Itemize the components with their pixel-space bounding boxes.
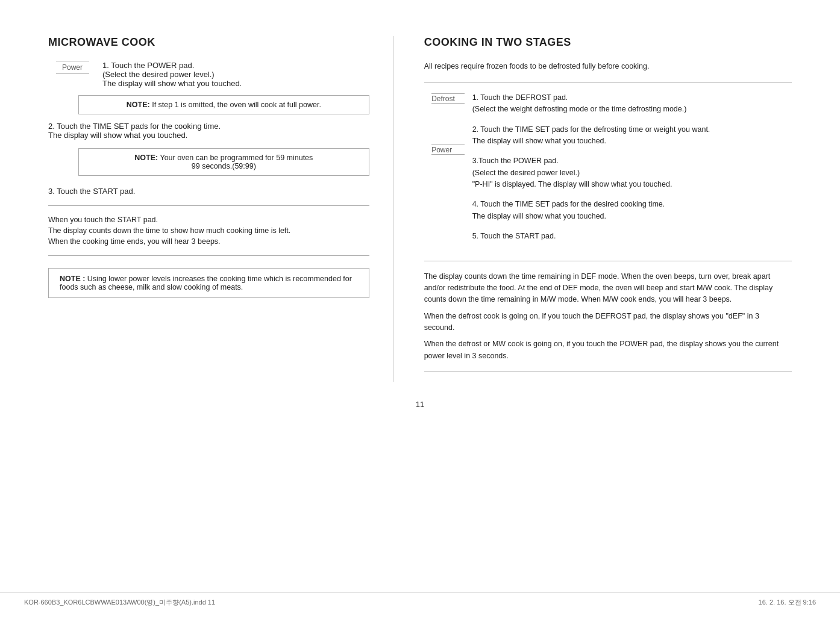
- step3-line: 3. Touch the START pad.: [48, 187, 369, 196]
- right-divider-1: [424, 82, 792, 82]
- right-step3: 3.Touch the POWER pad. (Select the desir…: [472, 155, 792, 190]
- right-steps-container: Defrost Power 1. Touch the DEFROST pad.: [424, 92, 792, 251]
- note-box-2: NOTE: Your oven can be programmed for 59…: [78, 148, 369, 176]
- step2-line2: The display will show what you touched.: [48, 131, 369, 140]
- footer-text2: The display counts down the time to show…: [48, 226, 369, 235]
- right-column: COOKING IN TWO STAGES All recipes requir…: [418, 36, 792, 382]
- step1-main: 1. Touch the POWER pad.: [102, 61, 369, 70]
- step1-main-text: Touch the POWER pad.: [111, 61, 194, 70]
- power-line-top: [431, 145, 465, 145]
- bottom-note-label: NOTE :: [60, 275, 85, 283]
- right-step2-text1: 2. Touch the TIME SET pads for the defro…: [472, 124, 792, 135]
- right-footer1: The display counts down the time remaini…: [424, 271, 792, 306]
- footer-text3: When the cooking time ends, you will hea…: [48, 237, 369, 246]
- right-step1-text1: 1. Touch the DEFROST pad.: [472, 92, 792, 104]
- step2-line1: 2. Touch the TIME SET pads for the cooki…: [48, 122, 369, 131]
- left-title: MICROWAVE COOK: [48, 36, 369, 49]
- power-label-right: Power: [431, 146, 452, 154]
- right-step5: 5. Touch the START pad.: [472, 231, 792, 242]
- right-step4-text2: The display will show what you touched.: [472, 211, 792, 222]
- left-column: MICROWAVE COOK Power 1. Touch the POWER …: [48, 36, 394, 382]
- power-label: Power: [62, 63, 83, 72]
- right-footer3: When the defrost or MW cook is going on,…: [424, 338, 792, 362]
- right-step5-text1: 5. Touch the START pad.: [472, 231, 792, 242]
- right-step4: 4. Touch the TIME SET pads for the desir…: [472, 199, 792, 222]
- line-top: [56, 61, 89, 61]
- footer-right: 16. 2. 16. 오전 9:16: [759, 598, 816, 607]
- page-wrapper: MICROWAVE COOK Power 1. Touch the POWER …: [0, 0, 840, 619]
- note1-text: If step 1 is omitted, the oven will cook…: [152, 101, 321, 109]
- step1-sub1: (Select the desired power level.): [102, 70, 369, 79]
- defrost-label: Defrost: [431, 95, 455, 103]
- note2-text: Your oven can be programmed for 59 minut…: [160, 154, 313, 162]
- right-step3-text1: 3.Touch the POWER pad.: [472, 155, 792, 167]
- steps-label-col: Defrost Power: [424, 92, 472, 251]
- note2-text2: 99 seconds.(59:99): [192, 162, 256, 170]
- page-number: 11: [48, 400, 792, 409]
- right-title: COOKING IN TWO STAGES: [424, 36, 792, 49]
- bottom-note-text: Using lower power levels increases the c…: [60, 275, 352, 291]
- right-step2: 2. Touch the TIME SET pads for the defro…: [472, 124, 792, 148]
- step1-sub2: The display will show what you touched.: [102, 79, 369, 88]
- right-footer2: When the defrost cook is going on, if yo…: [424, 311, 792, 334]
- right-step1-text2: (Select the weight defrosting mode or th…: [472, 104, 792, 115]
- power-label-col: Power: [48, 61, 96, 88]
- right-step1: 1. Touch the DEFROST pad. (Select the we…: [472, 92, 792, 116]
- right-step3-text3: "P-HI" is displayed. The display will sh…: [472, 179, 792, 190]
- right-step4-text1: 4. Touch the TIME SET pads for the desir…: [472, 199, 792, 210]
- step3-text: 3. Touch the START pad.: [48, 187, 369, 196]
- left-step1-area: Power 1. Touch the POWER pad. (Select th…: [48, 61, 369, 88]
- defrost-line-top: [431, 93, 465, 94]
- intro-text: All recipes require frozen foods to be d…: [424, 61, 792, 72]
- step1-content: 1. Touch the POWER pad. (Select the desi…: [96, 61, 369, 88]
- note1-label: NOTE:: [127, 101, 150, 109]
- right-step2-text2: The display will show what you touched.: [472, 135, 792, 147]
- footer-left: KOR-660B3_KOR6LCBWWAE013AW00(영)_미주향(A5).…: [24, 598, 215, 607]
- footer-text1: When you touch the START pad.: [48, 216, 369, 224]
- power-label-group: Power: [431, 145, 465, 155]
- defrost-label-group: Defrost: [431, 93, 465, 104]
- step2-text: 2. Touch the TIME SET pads for the cooki…: [48, 122, 369, 140]
- defrost-line-bottom: [431, 103, 465, 104]
- right-step3-text2: (Select the desired power level.): [472, 167, 792, 179]
- note2-label: NOTE:: [134, 154, 158, 162]
- right-divider-3: [424, 372, 792, 372]
- two-column-layout: MICROWAVE COOK Power 1. Touch the POWER …: [48, 36, 792, 382]
- bottom-note-box: NOTE : Using lower power levels increase…: [48, 268, 369, 298]
- power-line-bottom: [431, 154, 465, 155]
- page-number-text: 11: [416, 400, 424, 409]
- note-box-1: NOTE: If step 1 is omitted, the oven wil…: [78, 95, 369, 114]
- step1-number: 1.: [102, 61, 109, 70]
- divider-1: [48, 205, 369, 206]
- footer-bar: KOR-660B3_KOR6LCBWWAE013AW00(영)_미주향(A5).…: [0, 593, 840, 607]
- right-footer: The display counts down the time remaini…: [424, 271, 792, 362]
- divider-2: [48, 255, 369, 256]
- line-bottom: [56, 73, 89, 74]
- right-divider-2: [424, 261, 792, 261]
- steps-content-col: 1. Touch the DEFROST pad. (Select the we…: [472, 92, 792, 251]
